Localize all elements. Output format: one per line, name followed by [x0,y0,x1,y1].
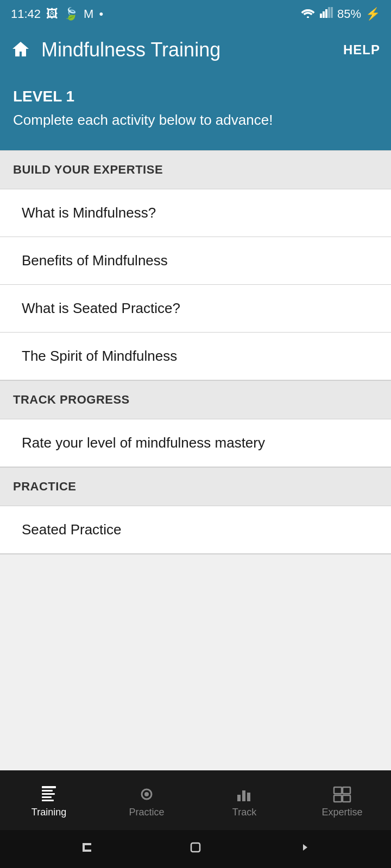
help-button[interactable]: HELP [343,42,380,58]
app-title: Mindfulness Training [41,39,343,61]
track-icon [235,785,254,803]
svg-rect-4 [328,7,330,18]
svg-rect-6 [42,786,56,788]
android-home-icon[interactable] [188,840,203,858]
section-header-track-progress: TRACK PROGRESS [0,380,391,419]
svg-rect-7 [42,790,53,792]
list-item-text: What is Mindfulness? [22,205,156,221]
list-item-what-is-mindfulness[interactable]: What is Mindfulness? [0,189,391,237]
expertise-icon [333,785,351,803]
section-title-track-progress: TRACK PROGRESS [13,393,130,406]
status-bar-left: 11:42 🖼 🍃 M • [11,7,103,21]
svg-rect-16 [334,787,342,794]
list-item-text: Benefits of Mindfulness [22,252,168,269]
nav-item-practice[interactable]: Practice [98,785,195,818]
wifi-icon [300,7,316,21]
leaf-icon: 🍃 [64,7,78,21]
list-item-spirit-of-mindfulness[interactable]: The Spirit of Mindfulness [0,333,391,380]
list-item-rate-mastery[interactable]: Rate your level of mindfulness mastery [0,419,391,467]
dot-icon: • [99,7,103,21]
section-title-practice: PRACTICE [13,480,76,493]
android-nav-bar [0,830,391,868]
training-icon [40,785,58,803]
list-item-text: What is Seated Practice? [22,300,180,316]
svg-point-12 [144,792,149,796]
svg-rect-17 [343,787,350,794]
svg-rect-5 [331,7,333,18]
nav-item-training[interactable]: Training [0,785,98,818]
list-item-text: The Spirit of Mindfulness [22,348,177,364]
nav-item-expertise[interactable]: Expertise [293,785,391,818]
section-header-practice: PRACTICE [0,467,391,506]
list-item-seated-practice[interactable]: Seated Practice [0,506,391,554]
svg-point-0 [307,16,309,18]
svg-rect-23 [191,843,200,852]
hero-section: LEVEL 1 Complete each activity below to … [0,72,391,150]
android-back-icon[interactable] [79,840,94,858]
bottom-nav: Training Practice Track [0,770,391,830]
status-bar: 11:42 🖼 🍃 M • 85% ⚡ [0,0,391,28]
app-header: Mindfulness Training HELP [0,28,391,72]
svg-rect-22 [83,850,91,852]
list-item-text: Seated Practice [22,521,122,538]
list-item-what-is-seated-practice[interactable]: What is Seated Practice? [0,285,391,333]
battery-icon: ⚡ [365,7,380,21]
mail-icon: M [84,7,93,21]
section-title-build-expertise: BUILD YOUR EXPERTISE [13,163,163,176]
battery-text: 85% [337,7,361,21]
svg-rect-13 [237,795,241,801]
svg-rect-14 [242,790,245,801]
signal-icon [320,7,333,21]
svg-rect-15 [247,793,250,801]
home-icon[interactable] [11,40,30,60]
svg-rect-2 [323,11,325,18]
list-item-text: Rate your level of mindfulness mastery [22,435,265,451]
list-item-benefits-of-mindfulness[interactable]: Benefits of Mindfulness [0,237,391,285]
practice-icon [137,785,156,803]
section-header-build-expertise: BUILD YOUR EXPERTISE [0,150,391,189]
svg-rect-9 [42,796,52,798]
hero-subtitle: Complete each activity below to advance! [13,112,378,129]
status-bar-right: 85% ⚡ [300,7,380,21]
camera-icon: 🖼 [46,7,58,21]
bottom-spacer [0,554,391,570]
nav-label-expertise: Expertise [321,807,362,818]
svg-rect-3 [325,9,327,18]
svg-rect-21 [83,843,91,845]
svg-rect-10 [42,800,54,801]
content-area: BUILD YOUR EXPERTISE What is Mindfulness… [0,150,391,770]
nav-label-track: Track [232,807,256,818]
nav-label-practice: Practice [129,807,164,818]
nav-label-training: Training [31,807,66,818]
svg-rect-19 [343,795,350,802]
svg-rect-18 [334,795,342,802]
hero-level: LEVEL 1 [13,88,378,105]
status-time: 11:42 [11,7,41,21]
svg-rect-1 [320,14,322,18]
svg-rect-8 [42,793,55,795]
nav-item-track[interactable]: Track [195,785,293,818]
android-recents-icon[interactable] [297,840,312,858]
